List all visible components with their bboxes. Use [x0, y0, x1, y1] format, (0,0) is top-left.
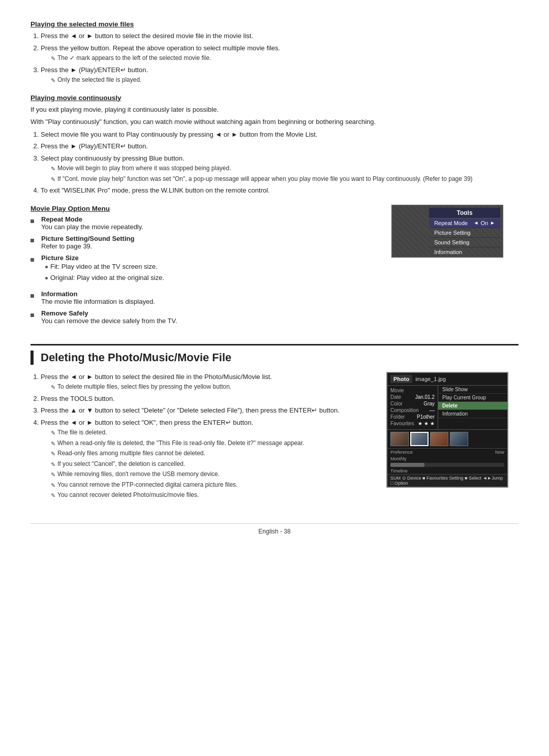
tools-menu-row-sound: Sound Setting [429, 238, 500, 247]
playing-selected-steps: Press the ◄ or ► button to select the de… [41, 31, 518, 85]
deleting-step2: Press the TOOLS button. [41, 394, 371, 404]
photo-thumb-3 [430, 432, 448, 446]
photo-menu-header: Photo image_1.jpg [387, 373, 507, 386]
playing-continuously-steps: Select movie file you want to Play conti… [41, 130, 518, 196]
playing-continuously-title: Playing movie continuously [30, 94, 518, 102]
photo-info-col: Movie Date Jan.01.2 Color Gray Compos [387, 386, 438, 429]
square-bullet-2 [30, 236, 37, 244]
deleting-section: Deleting the Photo/Music/Movie File Pres… [30, 344, 518, 503]
photo-menu-container: Photo image_1.jpg Movie Date Jan.01.2 [386, 372, 508, 488]
playing-selected-section: Playing the selected movie files Press t… [30, 20, 518, 85]
photo-timeline-fill [390, 463, 424, 467]
option-menu-text: Movie Play Option Menu Repeat Mode You c… [30, 205, 376, 329]
option-picture-sound-setting: Picture Setting/Sound Setting Refer to p… [30, 235, 376, 250]
context-item-slideshow: Slide Show [438, 386, 507, 394]
tools-menu-background: Tools Repeat Mode ◄ On ► Picture Setting [392, 206, 502, 257]
option-repeat-mode: Repeat Mode You can play the movie repea… [30, 215, 376, 231]
movie-play-option-section: Movie Play Option Menu Repeat Mode You c… [30, 205, 518, 329]
deleting-title: Deleting the Photo/Music/Movie File [30, 351, 518, 365]
photo-info-row-favourites: Favourites ★ ★ ★ [390, 421, 435, 426]
note-icon-7: ✎ [51, 439, 55, 448]
context-item-delete: Delete [438, 402, 507, 410]
tools-menu-image: Tools Repeat Mode ◄ On ► Picture Setting [391, 205, 518, 329]
playing-selected-step2: Press the yellow button. Repeat the abov… [41, 43, 518, 63]
square-bullet-1 [30, 217, 37, 225]
deleting-note-cancel: ✎ If you select "Cancel", the deletion i… [51, 460, 371, 469]
option-picture-size: Picture Size Fit: Play video at the TV s… [30, 254, 376, 286]
playing-continuously-note2: ✎ If "Cont. movie play help" function wa… [51, 175, 518, 184]
tools-menu-row-repeat: Repeat Mode ◄ On ► [429, 218, 500, 228]
photo-preference-row: Preference Now [387, 448, 507, 456]
deleting-text: Press the ◄ or ► button to select the de… [30, 372, 371, 503]
photo-info-row-movie: Movie [390, 388, 435, 393]
photo-info-row-folder: Folder P1other [390, 414, 435, 420]
page-footer: English - 38 [30, 523, 518, 535]
note-icon-9: ✎ [51, 460, 55, 469]
photo-thumbnails [387, 429, 507, 448]
deleting-note-usb: ✎ While removing files, don't remove the… [51, 470, 371, 479]
photo-timeline-bar [390, 463, 504, 467]
photo-thumb-4 [450, 432, 468, 446]
deleting-steps: Press the ◄ or ► button to select the de… [41, 372, 371, 500]
note-icon-11: ✎ [51, 481, 55, 490]
deleting-note-ptp: ✎ You cannot remove the PTP-connected di… [51, 481, 371, 490]
picture-size-subitems: Fit: Play video at the TV screen size. O… [45, 262, 164, 283]
playing-continuously-step2: Press the ► (Play)/ENTER↵ button. [41, 141, 518, 151]
playing-continuously-note1: ✎ Movie will begin to play from where it… [51, 164, 518, 173]
deleting-step4: Press the ◄ or ► button to select "OK", … [41, 418, 371, 500]
deleting-note-step1: ✎ To delete multiple files, select files… [51, 383, 371, 392]
note-icon-3: ✎ [51, 165, 55, 173]
note-icon-5: ✎ [51, 383, 55, 392]
deleting-note-file-deleted: ✎ The file is deleted. [51, 428, 371, 437]
deleting-content: Press the ◄ or ► button to select the de… [30, 372, 518, 503]
deleting-step3: Press the ▲ or ▼ button to select "Delet… [41, 405, 371, 416]
note-icon-12: ✎ [51, 491, 55, 500]
playing-continuously-intro2: With "Play continuously" function, you c… [30, 117, 518, 127]
note-icon-4: ✎ [51, 175, 55, 184]
note-icon-2: ✎ [51, 76, 55, 85]
playing-continuously-step3: Select play continuously by pressing Blu… [41, 153, 518, 184]
page-number: English - 38 [258, 528, 290, 535]
playing-selected-note1: ✎ The ✓ mark appears to the left of the … [51, 54, 518, 63]
playing-selected-step1: Press the ◄ or ► button to select the de… [41, 31, 518, 41]
photo-sum-bar: SUM ⊙ Device ■ Favourites Setting ■ Sele… [387, 474, 507, 487]
playing-selected-title: Playing the selected movie files [30, 20, 518, 28]
tools-menu-overlay: Tools Repeat Mode ◄ On ► Picture Setting [429, 208, 500, 257]
deleting-step1: Press the ◄ or ► button to select the de… [41, 372, 371, 392]
tools-menu-row-info: Information [429, 247, 500, 257]
context-item-play-current: Play Current Group [438, 394, 507, 402]
photo-filename: image_1.jpg [415, 376, 446, 382]
option-information: Information The movie file information i… [30, 290, 376, 305]
tools-menu: Tools Repeat Mode ◄ On ► Picture Setting [391, 205, 503, 258]
photo-timeline-label: Timeline [387, 468, 507, 474]
deleting-note-readonly: ✎ When a read-only file is deleted, the … [51, 439, 371, 448]
photo-thumb-2 [410, 432, 429, 446]
playing-continuously-step4: To exit "WISELINK Pro" mode, press the W… [41, 185, 518, 196]
playing-selected-step3: Press the ► (Play)/ENTER↵ button. ✎ Only… [41, 65, 518, 85]
arrow-right-icon: ► [490, 220, 495, 226]
deleting-note-readonly-multi: ✎ Read-only files among multiple files c… [51, 449, 371, 458]
movie-play-option-title: Movie Play Option Menu [30, 205, 376, 212]
photo-monthly-row: Monthly [387, 456, 507, 462]
tools-menu-row-picture: Picture Setting [429, 228, 500, 238]
photo-label: Photo [390, 375, 412, 383]
playing-continuously-intro1: If you exit playing movie, playing it co… [30, 105, 518, 115]
deleting-note-recover: ✎ You cannot recover deleted Photo/music… [51, 491, 371, 500]
photo-info-row-color: Color Gray [390, 401, 435, 406]
note-icon-6: ✎ [51, 429, 55, 437]
photo-thumb-1 [390, 432, 409, 446]
photo-context-menu: Slide Show Play Current Group Delete Inf… [438, 386, 507, 429]
photo-info-row-composition: Composition — [390, 407, 435, 413]
square-bullet-5 [30, 311, 37, 319]
square-bullet-4 [30, 292, 37, 299]
note-icon-8: ✎ [51, 450, 55, 458]
photo-menu-image: Photo image_1.jpg Movie Date Jan.01.2 [386, 372, 518, 503]
section-bar-icon [30, 351, 34, 365]
playing-continuously-step1: Select movie file you want to Play conti… [41, 130, 518, 140]
arrow-left-icon: ◄ [474, 220, 479, 226]
note-icon-10: ✎ [51, 470, 55, 479]
tools-menu-title: Tools [429, 208, 500, 218]
square-bullet-3 [30, 256, 37, 263]
note-icon: ✎ [51, 54, 55, 63]
context-item-information: Information [438, 410, 507, 418]
